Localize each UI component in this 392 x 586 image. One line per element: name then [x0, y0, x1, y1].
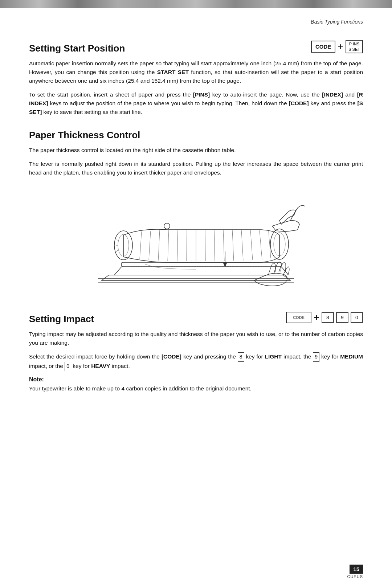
key-line2: S SET — [348, 47, 360, 52]
page-number: 15 — [350, 565, 363, 574]
key-8: 8 — [322, 312, 334, 323]
svg-line-13 — [241, 230, 243, 261]
key-line1: P INS — [348, 41, 360, 46]
svg-line-2 — [140, 231, 142, 259]
note-text: Your typewriter is able to make up to 4 … — [29, 384, 363, 393]
svg-line-21 — [116, 250, 118, 252]
svg-line-6 — [177, 230, 178, 261]
section1-heading: Setting Start Position — [29, 43, 125, 54]
page-sub-label: CUEUS — [347, 574, 363, 579]
section2-para1: The paper thickness control is located o… — [29, 146, 363, 155]
pins-sset-key: P INS S SET — [346, 40, 363, 53]
page-footer: 15 CUEUS — [347, 565, 363, 579]
illustration-container — [29, 188, 363, 297]
inline-key-0: 0 — [65, 362, 71, 371]
section1-para1: Automatic paper insertion normally sets … — [29, 59, 363, 85]
svg-line-7 — [187, 230, 187, 261]
svg-line-19 — [116, 239, 118, 241]
svg-line-9 — [205, 230, 205, 261]
code-key-section1: CODE — [311, 41, 335, 53]
section3-para2: Select the desired impact force by holdi… — [29, 352, 363, 371]
svg-line-10 — [214, 230, 215, 261]
section2-para2: The lever is normally pushed right down … — [29, 160, 363, 177]
section2-heading: Paper Thickness Control — [29, 130, 363, 141]
paper-thickness-illustration — [87, 188, 305, 297]
svg-line-5 — [168, 230, 169, 261]
plus-icon-section3: + — [314, 312, 319, 323]
section3-para1: Typing impact may be adjusted according … — [29, 330, 363, 347]
inline-key-8: 8 — [238, 352, 244, 362]
section3-heading: Setting Impact — [29, 314, 94, 325]
section1-key-combo: CODE + P INS S SET — [311, 40, 363, 53]
note-label: Note: — [29, 376, 363, 383]
svg-line-11 — [223, 230, 224, 261]
code-key-section3: CODE — [286, 312, 311, 323]
svg-line-14 — [250, 230, 253, 260]
svg-line-12 — [232, 230, 234, 261]
key-0: 0 — [351, 312, 363, 323]
key-9: 9 — [336, 312, 348, 323]
section1-para2: To set the start position, insert a shee… — [29, 90, 363, 116]
svg-line-4 — [158, 230, 160, 261]
top-decorative-bar — [0, 0, 392, 8]
page-header: Basic Typing Functions — [29, 19, 363, 25]
section3-title-row: Setting Impact CODE + 8 9 0 — [29, 310, 363, 325]
section1-title-row: Setting Start Position CODE + P INS S SE… — [29, 39, 363, 54]
header-title: Basic Typing Functions — [311, 19, 363, 25]
plus-icon-section1: + — [338, 41, 343, 53]
svg-point-24 — [164, 223, 170, 229]
svg-line-3 — [149, 231, 151, 260]
inline-key-9: 9 — [313, 352, 319, 362]
svg-marker-28 — [223, 262, 227, 267]
svg-line-15 — [260, 230, 262, 259]
section3-key-combo: CODE + 8 9 0 — [286, 312, 363, 323]
svg-rect-25 — [122, 262, 281, 267]
